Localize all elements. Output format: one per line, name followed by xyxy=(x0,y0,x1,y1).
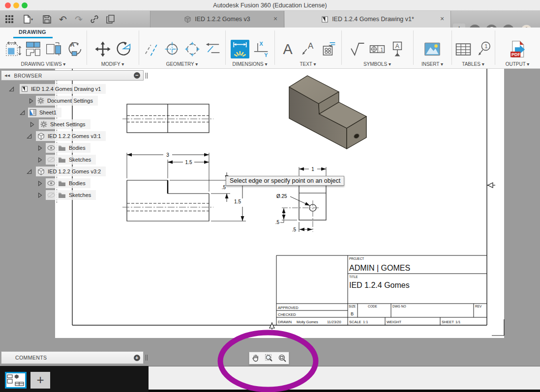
size-value[interactable]: B xyxy=(351,311,354,316)
paper[interactable] xyxy=(55,69,504,338)
scale-value[interactable]: 1:1 xyxy=(363,320,368,324)
tab-close-icon[interactable]: × xyxy=(271,15,279,23)
collapsed-icon[interactable] xyxy=(37,193,43,198)
text-icon[interactable]: A xyxy=(279,40,297,58)
chevron-down-icon[interactable]: ▾ xyxy=(314,61,316,67)
chevron-down-icon[interactable]: ▾ xyxy=(121,61,124,67)
group-label[interactable]: SYMBOLS xyxy=(363,61,387,67)
surface-finish-icon[interactable] xyxy=(348,40,366,58)
dim-overall-height[interactable]: 1.5 xyxy=(234,199,241,204)
tree-label[interactable]: Document Settings xyxy=(47,98,93,104)
tree-label[interactable]: IED 1.2.2 Gomes v3:2 xyxy=(48,168,101,174)
group-label[interactable]: INSERT xyxy=(421,61,439,67)
title-value[interactable]: IED 1.2.4 Gomes xyxy=(349,281,410,289)
projected-view-icon[interactable] xyxy=(25,40,42,58)
centerline-icon[interactable] xyxy=(143,40,161,58)
dim-hole-v[interactable]: .5 xyxy=(275,220,280,225)
collapse-panel-icon[interactable]: ◀◀ xyxy=(4,74,10,78)
group-label[interactable]: TABLES xyxy=(462,61,480,67)
datum-identifier-icon[interactable]: A xyxy=(389,40,406,58)
chevron-down-icon[interactable]: ▾ xyxy=(482,61,484,67)
expanded-icon[interactable] xyxy=(27,169,32,174)
table-icon[interactable] xyxy=(454,40,472,58)
drawn-date[interactable]: 11/23/20 xyxy=(327,320,341,324)
dim-side-width[interactable]: 1 xyxy=(311,167,314,172)
group-label[interactable]: GEOMETRY xyxy=(166,61,194,67)
chevron-down-icon[interactable]: ▾ xyxy=(389,61,391,67)
collapsed-icon[interactable] xyxy=(37,157,43,163)
zoom-window-icon[interactable] xyxy=(265,354,273,363)
tree-row-sheet-settings[interactable]: Sheet Settings xyxy=(30,119,90,130)
sheet-svg[interactable]: 3 1.5 .5 1.5 xyxy=(0,69,540,366)
drawing-canvas[interactable]: 3 1.5 .5 1.5 xyxy=(0,69,540,366)
leader-text-icon[interactable]: A xyxy=(299,40,317,58)
tab-ied-124-gomes-drawing-v1[interactable]: IED 1.2.4 Gomes Drawing v1* × xyxy=(285,11,451,28)
copy-icon[interactable] xyxy=(104,13,117,26)
collapsed-icon[interactable] xyxy=(30,122,35,127)
tab-ied-122-gomes-v3[interactable]: IED 1.2.2 Gomes v3 × xyxy=(150,11,284,28)
group-label[interactable]: DIMENSIONS xyxy=(232,61,263,67)
add-sheet-button[interactable]: + xyxy=(30,372,50,389)
feature-control-frame-icon[interactable]: .1 xyxy=(368,40,386,58)
tree-label[interactable]: Bodies xyxy=(69,145,86,151)
tree-label[interactable]: IED 1.2.4 Gomes Drawing v1 xyxy=(31,86,101,92)
expanded-icon[interactable] xyxy=(20,110,25,115)
group-label[interactable]: OUTPUT xyxy=(506,61,526,67)
group-label[interactable]: TEXT xyxy=(300,61,312,67)
ribbon-tab-drawing[interactable]: DRAWING xyxy=(12,29,53,35)
comments-panel-header[interactable]: COMMENTS + xyxy=(1,351,144,364)
tree-label[interactable]: IED 1.2.2 Gomes v3:1 xyxy=(48,133,101,139)
eye-visible-icon[interactable] xyxy=(47,180,55,186)
collapsed-icon[interactable] xyxy=(37,181,43,186)
redo-icon[interactable]: ↷ xyxy=(72,13,85,26)
chevron-down-icon[interactable]: ▾ xyxy=(63,61,65,67)
balloon-icon[interactable]: 1 xyxy=(475,40,492,58)
tree-label[interactable]: Sheet1 xyxy=(39,110,57,115)
tree-row-document-settings[interactable]: Document Settings xyxy=(29,95,98,106)
group-label[interactable]: MODIFY xyxy=(101,61,120,67)
chevron-down-icon[interactable]: ▾ xyxy=(195,61,198,67)
note-icon[interactable] xyxy=(319,40,337,58)
tree-label[interactable]: Sketches xyxy=(69,157,91,163)
eye-hidden-icon[interactable] xyxy=(47,157,55,163)
collapse-all-icon[interactable]: − xyxy=(134,72,140,79)
tree-row-root[interactable]: IED 1.2.4 Gomes Drawing v1 xyxy=(9,84,106,94)
browser-panel-header[interactable]: ◀◀ BROWSER − xyxy=(1,70,144,81)
comments-panel-handle[interactable] xyxy=(146,355,148,361)
app-grid-icon[interactable] xyxy=(3,13,16,26)
ordinate-dimension-icon[interactable]: XY xyxy=(252,40,270,58)
eye-visible-icon[interactable] xyxy=(47,145,55,151)
dim-hole-h[interactable]: .5 xyxy=(292,227,297,232)
group-label[interactable]: DRAWING VIEWS xyxy=(21,61,62,67)
center-mark-pattern-icon[interactable] xyxy=(183,40,201,58)
drawn-by[interactable]: Molly Gomes xyxy=(297,320,318,324)
edge-extension-icon[interactable] xyxy=(204,40,221,58)
dimension-icon-active[interactable] xyxy=(231,40,249,58)
tree-row-sheet1[interactable]: Sheet1 xyxy=(20,107,61,118)
output-pdf-icon[interactable]: PDF xyxy=(508,40,527,58)
expanded-icon[interactable] xyxy=(9,86,14,92)
sheet-thumbnail[interactable] xyxy=(5,372,27,389)
tree-row-bodies[interactable]: Bodies xyxy=(37,178,90,189)
tree-row-component-v31[interactable]: IED 1.2.2 Gomes v3:1 xyxy=(27,131,106,141)
browser-panel-handle[interactable] xyxy=(146,73,148,79)
tree-row-sketches[interactable]: Sketches xyxy=(37,154,96,165)
sheet-value[interactable]: 1/1 xyxy=(455,320,460,324)
chevron-down-icon[interactable]: ▾ xyxy=(527,61,529,67)
tree-label[interactable]: Sketches xyxy=(69,192,91,198)
insert-image-icon[interactable] xyxy=(423,40,442,58)
project-value[interactable]: ADMIN | GOMES xyxy=(349,264,410,272)
zoom-fit-icon[interactable] xyxy=(278,354,287,363)
base-view-icon[interactable] xyxy=(4,40,22,58)
add-comment-icon[interactable]: + xyxy=(134,355,140,361)
save-icon[interactable] xyxy=(40,13,53,26)
file-menu-icon[interactable]: ▾ xyxy=(20,13,36,26)
pan-hand-icon[interactable] xyxy=(251,354,260,363)
collapsed-icon[interactable] xyxy=(29,98,34,104)
eye-hidden-icon[interactable] xyxy=(47,192,55,198)
expanded-icon[interactable] xyxy=(27,134,32,139)
section-view-icon[interactable] xyxy=(45,40,62,58)
share-link-icon[interactable] xyxy=(88,13,101,26)
tree-label[interactable]: Bodies xyxy=(69,180,86,186)
dim-hole-dia[interactable]: Ø.25 xyxy=(276,194,287,199)
